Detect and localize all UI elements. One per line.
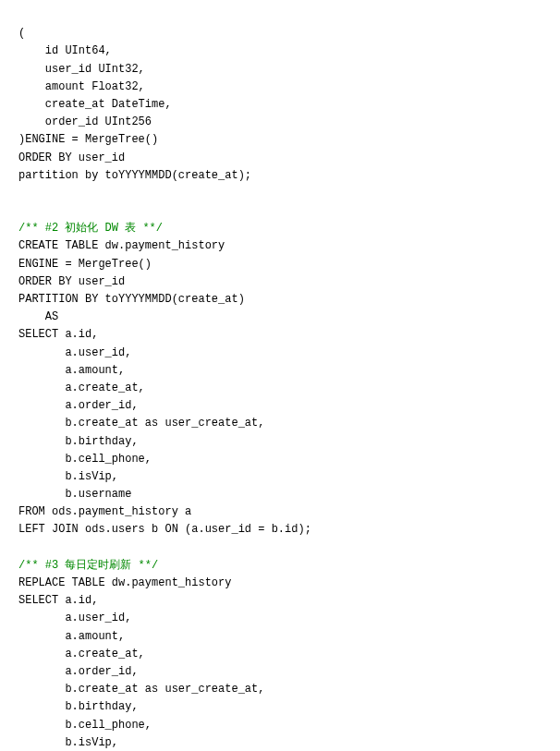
code-line: b.username [18, 486, 542, 503]
code-line: AS [18, 309, 542, 326]
code-line: user_id UInt32, [18, 61, 542, 79]
code-line: REPLACE TABLE dw.payment_history [18, 575, 542, 592]
code-line: b.create_at as user_create_at, [18, 415, 542, 432]
code-line: create_at DateTime, [18, 96, 542, 114]
code-line: a.order_id, [18, 397, 542, 415]
code-line: /** #3 每日定时刷新 **/ [18, 557, 542, 575]
code-line: id UInt64, [18, 42, 542, 60]
code-line: partition by toYYYYMMDD(create_at); [18, 167, 542, 185]
code-line: /** #2 初始化 DW 表 **/ [18, 220, 542, 237]
code-line: a.order_id, [18, 663, 542, 681]
code-line: ORDER BY user_id [18, 150, 542, 167]
code-line: b.birthday, [18, 433, 542, 451]
code-line: a.create_at, [18, 646, 542, 663]
code-line: b.isVip, [18, 734, 542, 751]
code-line: FROM ods.payment_history a [18, 503, 542, 521]
code-line [18, 539, 542, 557]
code-line: LEFT JOIN ods.users b ON (a.user_id = b.… [18, 521, 542, 539]
code-line: a.user_id, [18, 610, 542, 627]
code-line: amount Float32, [18, 79, 542, 96]
code-line: ( [18, 25, 542, 42]
code-line: a.amount, [18, 628, 542, 646]
code-line: b.cell_phone, [18, 451, 542, 468]
code-line: order_id UInt256 [18, 114, 542, 131]
code-line: SELECT a.id, [18, 592, 542, 610]
code-line [18, 202, 542, 220]
code-block: ( id UInt64, user_id UInt32, amount Floa… [18, 25, 542, 751]
code-line: a.amount, [18, 362, 542, 380]
code-line: b.birthday, [18, 698, 542, 716]
code-line: b.create_at as user_create_at, [18, 681, 542, 698]
code-line: PARTITION BY toYYYYMMDD(create_at) [18, 291, 542, 309]
code-line: b.cell_phone, [18, 717, 542, 734]
code-line: b.isVip, [18, 468, 542, 486]
code-line: a.create_at, [18, 380, 542, 397]
code-line: CREATE TABLE dw.payment_history [18, 237, 542, 255]
code-line: SELECT a.id, [18, 326, 542, 344]
code-line: ORDER BY user_id [18, 273, 542, 291]
code-line: a.user_id, [18, 345, 542, 362]
code-line: ENGINE = MergeTree() [18, 256, 542, 273]
code-line: )ENGINE = MergeTree() [18, 131, 542, 149]
code-line [18, 185, 542, 202]
